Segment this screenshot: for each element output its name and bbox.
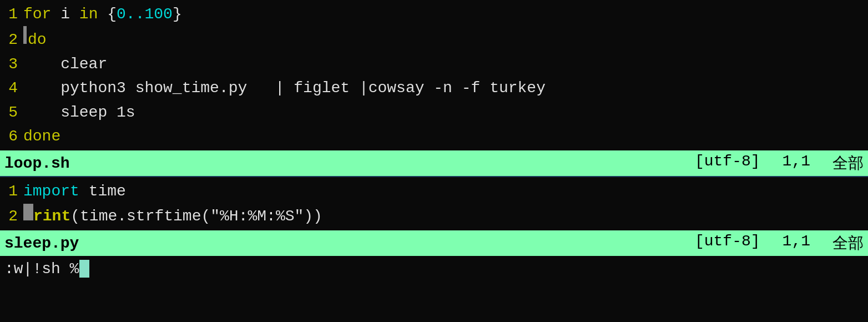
position-top: 1,1 [783,153,810,174]
py-line-num-2: 2 [0,204,23,228]
line-num-3: 3 [0,52,23,76]
status-info-top: [utf-8] 1,1 全部 [695,153,864,174]
range-value: 0..100 [117,2,173,26]
scroll-bottom: 全部 [832,233,864,254]
code-line-4: 4 python3 show_time.py | figlet |cowsay … [0,76,868,100]
command-line[interactable]: :w|!sh % [0,256,868,281]
code-line-6: 6 done [0,124,868,148]
line-num-2: 2 [0,28,23,52]
command-cursor [79,260,89,278]
top-pane: 1 for i in {0..100} 2do 3 clear 4 python… [0,0,868,150]
keyword-print: rint [33,204,70,228]
scroll-top: 全部 [832,153,864,174]
cmd-python: python3 show_time.py | figlet |cowsay -n… [23,76,546,100]
keyword-for: for [23,2,51,26]
cmd-sleep: sleep 1s [23,100,135,124]
encoding-top: [utf-8] [695,153,760,174]
code-line-1: 1 for i in {0..100} [0,2,868,26]
code-line-5: 5 sleep 1s [0,100,868,124]
editor-container: 1 for i in {0..100} 2do 3 clear 4 python… [0,0,868,322]
line-num-5: 5 [0,100,23,124]
code-line-2: 2do [0,26,868,52]
keyword-import: import [23,179,79,203]
cmd-clear: clear [23,52,107,76]
line-num-6: 6 [0,124,23,148]
code-line-3: 3 clear [0,52,868,76]
bottom-pane: 1 import time 2rint(time.strftime("%H:%M… [0,177,868,230]
cursor-bar [23,26,27,44]
py-line-num-1: 1 [0,179,23,203]
py-line-2: 2rint(time.strftime("%H:%M:%S")) [0,204,868,228]
status-bar-top: loop.sh [utf-8] 1,1 全部 [0,150,868,176]
keyword-in: in [79,2,98,26]
encoding-bottom: [utf-8] [695,233,760,254]
py-line-1: 1 import time [0,179,868,203]
command-text: :w|!sh % [4,260,79,278]
filename-bottom: sleep.py [4,235,79,252]
status-bar-bottom: sleep.py [utf-8] 1,1 全部 [0,230,868,256]
keyword-done: done [23,124,60,148]
keyword-do: do [28,28,47,52]
status-info-bottom: [utf-8] 1,1 全部 [695,233,864,254]
bottom-code-area[interactable]: 1 import time 2rint(time.strftime("%H:%M… [0,177,868,230]
line-num-4: 4 [0,76,23,100]
cursor-block [23,204,33,220]
filename-top: loop.sh [4,155,70,172]
position-bottom: 1,1 [783,233,810,254]
line-num-1: 1 [0,2,23,26]
top-code-area[interactable]: 1 for i in {0..100} 2do 3 clear 4 python… [0,0,868,150]
